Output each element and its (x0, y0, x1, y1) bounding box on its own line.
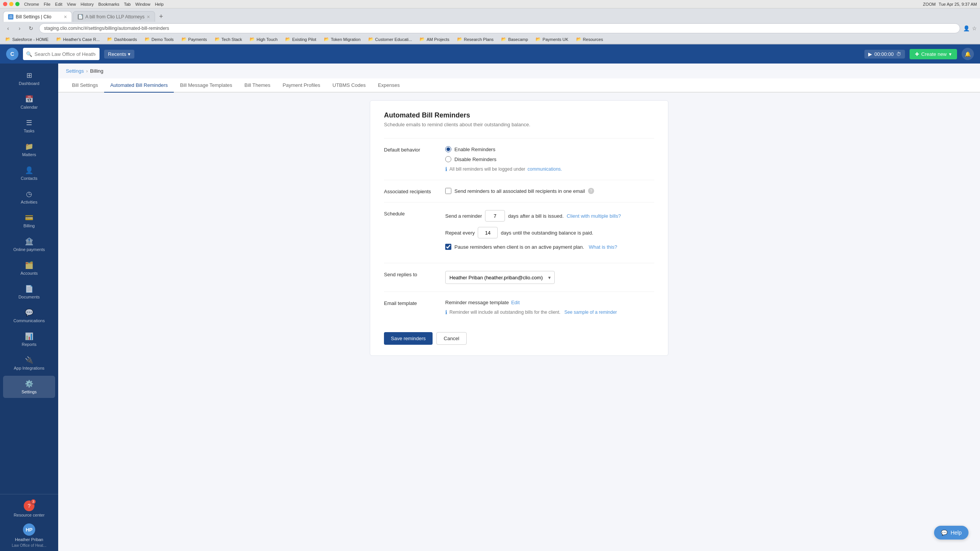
send-replies-select[interactable]: Heather Priban (heather.priban@clio.com) (445, 271, 555, 284)
bookmark-heather[interactable]: 📂 Heather's Case R... (54, 36, 102, 42)
enable-reminders-input[interactable] (445, 146, 451, 152)
client-multiple-bills-link[interactable]: Client with multiple bills? (567, 213, 621, 219)
what-is-this-link[interactable]: What is this? (589, 244, 617, 250)
notification-button[interactable]: 🔔 (962, 48, 974, 60)
sidebar-item-calendar[interactable]: 📅 Calendar (3, 91, 55, 113)
resource-center-icon: ? 3 (24, 500, 34, 511)
repeat-days-input[interactable] (478, 227, 498, 238)
mac-zoom: ZOOM (923, 2, 936, 7)
settings-icon: ⚙️ (25, 380, 33, 388)
tab-utbms-codes[interactable]: UTBMS Codes (327, 78, 372, 93)
see-sample-link[interactable]: See sample of a reminder (564, 310, 617, 315)
profile-icon[interactable]: 👤 (963, 25, 970, 31)
tab-bill-settings[interactable]: Bill Settings (66, 78, 104, 93)
mac-bar-left: Chrome File Edit View History Bookmarks … (3, 2, 163, 7)
enable-reminders-radio[interactable]: Enable Reminders (445, 146, 654, 152)
help-button[interactable]: 💬 Help (934, 526, 969, 540)
calendar-icon: 📅 (25, 95, 33, 103)
send-days-input[interactable] (485, 210, 505, 222)
mac-close-dot[interactable] (3, 2, 7, 6)
resource-center-button[interactable]: ? 3 Resource center (0, 497, 58, 520)
breadcrumb-settings-link[interactable]: Settings (66, 68, 84, 74)
save-reminders-button[interactable]: Save reminders (384, 332, 433, 345)
bookmark-high-touch[interactable]: 📂 High Touch (247, 36, 280, 42)
disable-reminders-radio[interactable]: Disable Reminders (445, 156, 654, 162)
reload-button[interactable]: ↻ (26, 23, 36, 33)
tab-expenses[interactable]: Expenses (372, 78, 406, 93)
bookmark-resources[interactable]: 📂 Resources (574, 36, 606, 42)
sidebar-item-app-integrations[interactable]: 🔌 App Integrations (3, 352, 55, 374)
bookmark-payments-uk[interactable]: 📂 Payments UK (533, 36, 570, 42)
tab-bill-message-templates[interactable]: Bill Message Templates (174, 78, 238, 93)
mac-menu-history[interactable]: History (80, 2, 93, 7)
sidebar-item-reports[interactable]: 📊 Reports (3, 328, 55, 350)
sidebar-item-documents[interactable]: 📄 Documents (3, 281, 55, 303)
mac-window-controls[interactable] (3, 2, 20, 6)
tab-favicon-2: 📄 (78, 14, 83, 20)
associated-recipients-help-icon[interactable]: ? (588, 188, 594, 194)
communications-link[interactable]: communications. (528, 166, 562, 172)
sidebar-item-communications[interactable]: 💬 Communications (3, 305, 55, 327)
bookmark-demo-tools[interactable]: 📂 Demo Tools (142, 36, 176, 42)
mac-menu-file[interactable]: File (44, 2, 51, 7)
edit-template-link[interactable]: Edit (511, 300, 519, 305)
cancel-button[interactable]: Cancel (436, 332, 466, 345)
search-box[interactable]: 🔍 (23, 48, 100, 60)
bookmark-token-migration[interactable]: 📂 Token Migration (322, 36, 363, 42)
mac-minimize-dot[interactable] (9, 2, 13, 6)
forward-button[interactable]: › (15, 23, 24, 33)
tab-close-2[interactable]: × (147, 14, 150, 20)
app-layout: ⊞ Dashboard 📅 Calendar ☰ Tasks 📁 Matters… (0, 64, 980, 551)
timer-button[interactable]: ▶ 00:00:00 ⏱ (864, 50, 905, 59)
sidebar-item-billing[interactable]: 💳 Billing (3, 210, 55, 232)
bookmark-payments[interactable]: 📂 Payments (179, 36, 209, 42)
mac-menu-tab[interactable]: Tab (124, 2, 131, 7)
sidebar-item-dashboard[interactable]: ⊞ Dashboard (3, 67, 55, 90)
tab-payment-profiles[interactable]: Payment Profiles (276, 78, 326, 93)
associated-recipients-checkbox[interactable]: Send reminders to all associated bill re… (445, 188, 654, 194)
tab-close-1[interactable]: × (64, 14, 67, 20)
bookmark-customer-education[interactable]: 📂 Customer Educati... (366, 36, 415, 42)
back-button[interactable]: ‹ (3, 23, 13, 33)
tab-automated-bill-reminders[interactable]: Automated Bill Reminders (104, 78, 174, 93)
sidebar-item-matters[interactable]: 📁 Matters (3, 139, 55, 161)
mac-menu-edit[interactable]: Edit (55, 2, 62, 7)
sidebar-item-activities[interactable]: ◷ Activities (3, 186, 55, 208)
bookmark-dashboards[interactable]: 📂 Dashboards (105, 36, 139, 42)
associated-recipients-input[interactable] (445, 188, 451, 194)
create-new-button[interactable]: ✚ Create new ▾ (910, 49, 957, 59)
matters-icon: 📁 (25, 142, 33, 151)
search-input[interactable] (34, 51, 96, 57)
pause-checkbox[interactable]: Pause reminders when client is on an act… (445, 244, 617, 250)
bookmark-star-icon[interactable]: ☆ (972, 25, 977, 31)
bookmark-existing-pilot[interactable]: 📂 Existing Pilot (283, 36, 318, 42)
disable-reminders-input[interactable] (445, 156, 451, 162)
new-tab-button[interactable]: + (156, 11, 167, 22)
mac-maximize-dot[interactable] (15, 2, 20, 6)
sidebar-item-tasks[interactable]: ☰ Tasks (3, 115, 55, 137)
template-info: ℹ Reminder will include all outstanding … (445, 309, 654, 315)
user-profile[interactable]: HP Heather Priban Law Office of Heat... (0, 520, 58, 551)
mac-menu-view[interactable]: View (67, 2, 76, 7)
bookmark-am-projects[interactable]: 📂 AM Projects (417, 36, 451, 42)
recents-button[interactable]: Recents ▾ (104, 50, 134, 59)
app-logo[interactable]: C (6, 48, 18, 60)
mac-menu-bookmarks[interactable]: Bookmarks (98, 2, 119, 7)
tab-bill-themes[interactable]: Bill Themes (238, 78, 277, 93)
mac-menu-help[interactable]: Help (155, 2, 164, 7)
sidebar-item-contacts[interactable]: 👤 Contacts (3, 162, 55, 184)
address-bar[interactable]: staging.clio.com/nc/#/settings/billing/a… (39, 23, 960, 33)
sidebar-item-online-payments[interactable]: 🏦 Online payments (3, 233, 55, 256)
mac-time: Tue Apr 25, 9:37 AM (939, 2, 977, 7)
mac-menu-window[interactable]: Window (136, 2, 150, 7)
browser-tab-2[interactable]: 📄 A bill from Clio LLP Attorneys × (73, 11, 155, 22)
sidebar-item-accounts[interactable]: 🗂️ Accounts (3, 257, 55, 279)
sidebar-item-settings[interactable]: ⚙️ Settings (3, 376, 55, 398)
bookmark-tech-stack[interactable]: 📂 Tech Stack (212, 36, 245, 42)
create-new-label: Create new (921, 51, 947, 57)
bookmark-research-plans[interactable]: 📂 Research Plans (455, 36, 496, 42)
bookmark-basecamp[interactable]: 📂 Basecamp (499, 36, 530, 42)
pause-checkbox-input[interactable] (445, 244, 451, 250)
bookmark-salesforce[interactable]: 📂 Salesforce - HOME (3, 36, 51, 42)
browser-tab-active[interactable]: ⚖ Bill Settings | Clio × (3, 11, 72, 22)
